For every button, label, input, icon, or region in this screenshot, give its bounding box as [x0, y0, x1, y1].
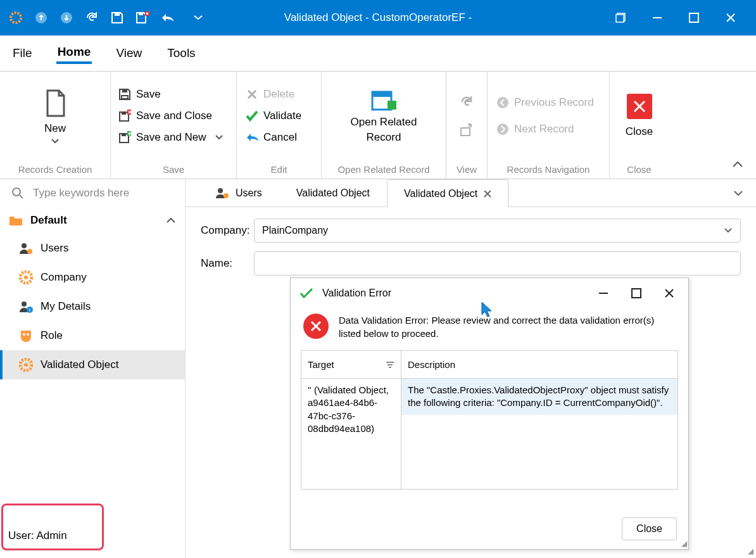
- svg-point-35: [218, 188, 223, 193]
- maximize-icon[interactable]: [688, 11, 700, 24]
- open-related-record-button[interactable]: Open Related Record: [351, 88, 417, 144]
- svg-point-25: [27, 249, 32, 254]
- chevron-down-icon[interactable]: [733, 190, 743, 196]
- svg-point-0: [11, 13, 21, 23]
- validation-table: Target '' (Validated Object, a9461ae4-84…: [301, 350, 678, 490]
- dialog-title: Validation Error: [322, 288, 391, 299]
- svg-line-23: [20, 195, 23, 198]
- menu-home[interactable]: Home: [56, 42, 92, 64]
- menu-file[interactable]: File: [11, 44, 34, 63]
- menu-tools[interactable]: Tools: [166, 44, 196, 63]
- dialog-maximize-icon[interactable]: [631, 288, 641, 298]
- menu-view[interactable]: View: [115, 44, 143, 63]
- group-label-view: View: [446, 160, 487, 179]
- save-icon: [118, 88, 131, 101]
- close-tab-icon[interactable]: [484, 190, 491, 198]
- name-input[interactable]: [254, 251, 741, 276]
- close-button[interactable]: Close: [626, 94, 653, 138]
- group-label-save: Save: [111, 160, 236, 179]
- upload-icon[interactable]: [34, 11, 48, 25]
- row-description: The "Castle.Proxies.ValidatedObjectProxy…: [401, 379, 677, 415]
- dialog-close-icon[interactable]: [664, 288, 674, 298]
- minimize-icon[interactable]: [651, 11, 664, 24]
- group-label-edit: Edit: [237, 160, 321, 179]
- svg-text:i: i: [29, 307, 30, 313]
- download-icon[interactable]: [60, 11, 73, 25]
- nav-group-default[interactable]: Default: [0, 207, 185, 234]
- svg-rect-18: [387, 101, 396, 110]
- nav-item-role[interactable]: Role: [0, 321, 185, 350]
- svg-rect-19: [461, 128, 470, 136]
- new-button[interactable]: New: [42, 88, 68, 144]
- chevron-down-icon: [51, 139, 59, 144]
- validate-button[interactable]: Validate: [246, 110, 301, 122]
- status-user: User: Admin: [1, 504, 104, 550]
- content: Users Validated Object Validated Object …: [186, 179, 756, 558]
- svg-point-34: [24, 363, 28, 367]
- chevron-down-icon: [215, 135, 223, 140]
- cancel-button[interactable]: Cancel: [246, 131, 297, 144]
- dialog-minimize-icon[interactable]: [598, 288, 608, 298]
- validation-dialog: Validation Error Data Validation Error: …: [290, 277, 689, 550]
- nav-item-my-details[interactable]: i My Details: [0, 292, 185, 321]
- user-info-icon: i: [19, 300, 33, 314]
- check-icon: [246, 110, 258, 122]
- refresh-button: [460, 95, 474, 109]
- sort-icon[interactable]: [386, 361, 394, 369]
- menubar: File Home View Tools: [0, 35, 756, 72]
- undo-icon[interactable]: [161, 11, 175, 25]
- nav-item-validated-object[interactable]: Validated Object: [0, 350, 185, 379]
- delete-icon: [246, 88, 258, 101]
- svg-rect-4: [139, 13, 143, 15]
- tab-validated-object-1[interactable]: Validated Object: [279, 179, 387, 206]
- chevron-down-icon: [724, 227, 733, 234]
- save-close-icon: [118, 110, 131, 122]
- save-and-new-button[interactable]: Save and New: [118, 131, 223, 144]
- group-label-nav: Records Navigation: [488, 160, 609, 179]
- svg-rect-7: [616, 15, 624, 22]
- svg-rect-11: [122, 96, 128, 99]
- row-target: '' (Validated Object, a9461ae4-84b6-47bc…: [301, 379, 401, 440]
- close-window-icon[interactable]: [724, 11, 737, 24]
- arrow-left-icon: [496, 96, 509, 109]
- resize-grip-icon[interactable]: ◢: [748, 547, 753, 555]
- save-button[interactable]: Save: [118, 88, 161, 101]
- restore-window-icon[interactable]: [614, 11, 627, 24]
- company-select[interactable]: PlainCompany: [254, 219, 741, 243]
- svg-rect-38: [632, 289, 641, 298]
- svg-point-24: [22, 243, 27, 248]
- group-label-open-related: Open Related Record: [322, 160, 446, 179]
- svg-rect-10: [122, 89, 127, 92]
- previous-record-button: Previous Record: [496, 96, 594, 109]
- gear-icon[interactable]: [9, 11, 23, 25]
- tab-users[interactable]: Users: [198, 179, 279, 206]
- users-icon: [215, 187, 229, 199]
- save-close-icon[interactable]: [135, 11, 149, 25]
- titlebar: Validated Object - CustomOperatorEF -: [0, 0, 756, 35]
- refresh-icon[interactable]: [85, 11, 99, 25]
- new-label: New: [44, 122, 66, 135]
- search-icon: [11, 187, 24, 200]
- ribbon-collapse-icon[interactable]: [732, 160, 743, 168]
- export-button: [460, 123, 474, 137]
- save-icon[interactable]: [110, 11, 124, 25]
- svg-point-31: [23, 333, 25, 336]
- dropdown-icon[interactable]: [191, 11, 205, 25]
- svg-rect-3: [115, 13, 120, 16]
- tab-validated-object-2[interactable]: Validated Object: [387, 179, 508, 207]
- delete-button: Delete: [246, 88, 294, 101]
- search-input[interactable]: Type keywords here: [0, 179, 185, 207]
- svg-rect-14: [122, 134, 126, 136]
- svg-point-32: [27, 333, 29, 336]
- resize-grip-icon[interactable]: ◢: [681, 539, 687, 548]
- nav-item-users[interactable]: Users: [0, 234, 185, 263]
- col-target-header: Target: [308, 359, 334, 370]
- group-label-close: Close: [610, 160, 669, 179]
- save-new-icon: [118, 131, 131, 144]
- save-and-close-button[interactable]: Save and Close: [118, 110, 212, 122]
- close-icon: [627, 94, 652, 119]
- nav-item-company[interactable]: Company: [0, 263, 185, 292]
- next-record-button: Next Record: [496, 123, 574, 136]
- back-arrow-icon: [246, 131, 258, 144]
- dialog-close-button[interactable]: Close: [622, 517, 677, 540]
